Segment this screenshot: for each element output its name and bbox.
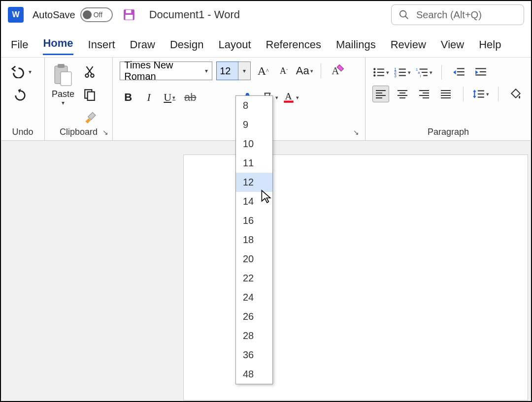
search-box[interactable]: Search (Alt+Q) (391, 4, 524, 25)
font-size-option-48[interactable]: 48 (236, 365, 272, 384)
tab-insert[interactable]: Insert (88, 38, 115, 55)
tab-review[interactable]: Review (391, 38, 426, 55)
clear-formatting-button[interactable]: A (329, 62, 346, 79)
toggle-knob-icon (83, 10, 92, 19)
justify-icon (440, 89, 452, 99)
italic-button[interactable]: I (140, 89, 157, 106)
svg-rect-7 (61, 72, 71, 86)
search-placeholder: Search (Alt+Q) (416, 9, 482, 21)
increase-indent-button[interactable] (472, 64, 489, 81)
chevron-down-icon[interactable]: ▾ (29, 68, 32, 75)
autosave-switch[interactable]: Off (80, 7, 113, 22)
font-size-option-28[interactable]: 28 (236, 326, 272, 345)
save-button[interactable] (122, 7, 136, 22)
tab-home[interactable]: Home (43, 37, 73, 55)
undo-icon (10, 65, 25, 78)
font-size-dropdown-button[interactable]: ▾ (238, 62, 250, 80)
undo-button[interactable] (9, 63, 26, 80)
shading-button[interactable] (507, 86, 524, 102)
copy-button[interactable] (81, 86, 98, 103)
autosave-state: Off (94, 11, 102, 19)
tab-file[interactable]: File (11, 38, 28, 55)
mouse-cursor-icon (261, 189, 271, 203)
svg-point-22 (373, 71, 375, 73)
font-size-option-20[interactable]: 20 (236, 249, 272, 269)
tab-view[interactable]: View (441, 38, 464, 55)
numbering-button[interactable]: 1 2 3 ▾ (394, 64, 411, 81)
increase-font-button[interactable]: A^ (255, 62, 271, 79)
multilevel-list-icon: 1 a i (416, 67, 429, 78)
font-size-option-22[interactable]: 22 (236, 269, 272, 288)
align-left-button[interactable] (372, 86, 389, 102)
group-label-paragraph: Paragraph (372, 126, 524, 139)
svg-point-9 (91, 74, 94, 77)
align-right-icon (418, 89, 430, 99)
title-bar: W AutoSave Off Document1 - Word Search (… (1, 1, 531, 29)
document-title: Document1 - Word (149, 8, 240, 21)
tab-draw[interactable]: Draw (130, 38, 155, 55)
separator (441, 65, 442, 80)
indent-icon (474, 67, 487, 78)
font-size-combo[interactable]: ▾ (216, 62, 251, 80)
font-name-combo[interactable]: Times New Roman ▾ (120, 62, 212, 80)
tab-references[interactable]: References (266, 38, 322, 55)
dialog-launcher-icon[interactable]: ↘ (102, 128, 108, 136)
bullets-button[interactable]: ▾ (372, 64, 389, 81)
tab-design[interactable]: Design (170, 38, 203, 55)
decrease-indent-button[interactable] (451, 64, 467, 81)
separator (498, 87, 499, 101)
repeat-button[interactable] (12, 87, 29, 104)
change-case-button[interactable]: Aa▾ (296, 62, 313, 79)
chevron-down-icon: ▾ (243, 67, 246, 74)
svg-line-4 (405, 16, 408, 19)
tab-mailings[interactable]: Mailings (336, 38, 376, 55)
font-size-option-24[interactable]: 24 (236, 288, 272, 307)
ribbon-tabs: File Home Insert Draw Design Layout Refe… (1, 29, 531, 55)
font-size-option-36[interactable]: 36 (236, 345, 272, 365)
decrease-font-button[interactable]: Aˇ (275, 62, 292, 79)
separator (463, 87, 464, 101)
chevron-down-icon[interactable]: ▾ (62, 99, 65, 106)
separator (321, 63, 321, 78)
bold-button[interactable]: B (120, 89, 136, 106)
cut-button[interactable] (81, 63, 98, 80)
font-size-option-26[interactable]: 26 (236, 307, 272, 326)
font-size-dropdown[interactable]: 8910111214161820222426283648 (235, 95, 273, 384)
font-size-option-16[interactable]: 16 (236, 211, 272, 230)
tab-layout[interactable]: Layout (218, 38, 251, 55)
underline-button[interactable]: U▾ (161, 89, 178, 106)
paint-bucket-icon (509, 88, 522, 100)
font-size-option-9[interactable]: 9 (236, 115, 272, 134)
font-size-option-10[interactable]: 10 (236, 134, 272, 154)
group-label-undo: Undo (6, 126, 39, 139)
group-paragraph: ▾ 1 2 3 ▾ 1 a i ▾ (366, 58, 531, 140)
align-right-button[interactable] (416, 86, 432, 102)
group-undo: ▾ Undo (1, 58, 45, 140)
group-label-clipboard: Clipboard ↘ (50, 126, 107, 139)
numbered-list-icon: 1 2 3 (394, 67, 407, 78)
document-page[interactable] (183, 155, 528, 401)
scissors-icon (84, 65, 96, 78)
autosave-toggle[interactable]: AutoSave Off (33, 7, 113, 22)
font-color-button[interactable]: A ▾ (282, 89, 299, 106)
strikethrough-button[interactable]: ab (182, 89, 199, 106)
line-spacing-button[interactable]: ▾ (472, 86, 489, 102)
paste-button[interactable] (52, 62, 74, 88)
svg-point-20 (373, 68, 375, 70)
font-size-input[interactable] (217, 62, 238, 80)
dialog-launcher-icon[interactable]: ↘ (353, 128, 359, 136)
font-size-option-11[interactable]: 11 (236, 154, 272, 173)
tab-help[interactable]: Help (479, 38, 501, 55)
format-painter-button[interactable] (81, 109, 98, 125)
justify-button[interactable] (437, 86, 454, 102)
bullet-list-icon (372, 67, 385, 78)
paste-label: Paste (52, 89, 74, 99)
font-size-option-18[interactable]: 18 (236, 230, 272, 249)
font-size-option-8[interactable]: 8 (236, 96, 272, 115)
svg-rect-2 (125, 15, 133, 20)
line-spacing-icon (472, 89, 485, 99)
multilevel-list-button[interactable]: 1 a i ▾ (416, 64, 432, 81)
svg-line-11 (87, 66, 92, 74)
svg-point-3 (400, 11, 406, 17)
align-center-button[interactable] (394, 86, 411, 102)
